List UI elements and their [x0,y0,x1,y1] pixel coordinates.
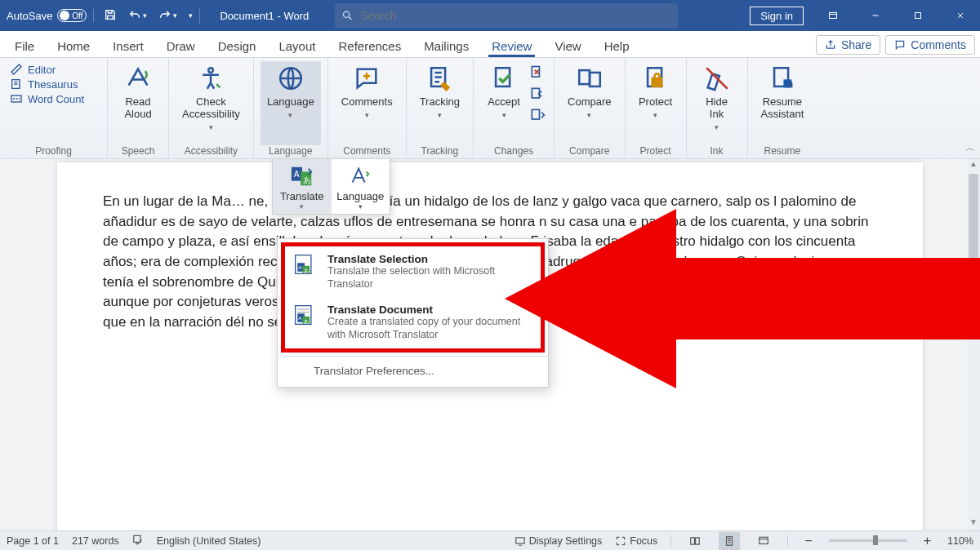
svg-rect-9 [532,88,539,98]
print-layout-icon[interactable] [719,532,740,550]
svg-rect-36 [760,537,768,543]
web-layout-icon[interactable] [753,532,774,550]
tab-layout[interactable]: Layout [267,34,327,57]
reject-icon[interactable] [529,64,546,84]
tracking-button[interactable]: Tracking▾ [413,61,466,145]
group-label-speech: Speech [108,145,168,157]
group-label-tracking: Tracking [407,145,473,157]
compare-button[interactable]: Compare▾ [561,61,617,145]
tab-insert[interactable]: Insert [101,34,155,57]
search-input[interactable] [360,9,678,22]
ink-icon [703,64,731,92]
svg-text:あ: あ [304,268,309,274]
sign-in-button[interactable]: Sign in [750,7,804,25]
hide-ink-button[interactable]: Hide Ink▾ [693,61,741,145]
read-aloud-icon [124,64,152,92]
ribbon: Editor Thesaurus Word Count Proofing Rea… [0,58,980,159]
title-bar: AutoSave Off ▾ ▾ ▾ Document1 - Word Sign… [0,0,980,31]
svg-text:in: in [786,80,792,88]
tab-references[interactable]: References [327,34,412,57]
zoom-slider[interactable] [829,539,907,542]
tab-file[interactable]: File [3,34,46,57]
group-label-compare: Compare [555,145,624,157]
share-button[interactable]: Share [816,35,880,55]
protect-button[interactable]: Protect▾ [632,61,679,145]
svg-rect-1 [830,13,837,19]
language-button[interactable]: Language▾ [261,61,321,145]
undo-icon[interactable]: ▾ [128,9,147,22]
status-language[interactable]: English (United States) [157,535,261,547]
submenu-language[interactable]: Language▾ [332,159,390,214]
tab-home[interactable]: Home [46,34,101,57]
comments-button[interactable]: Comments [885,35,975,55]
compare-icon [576,64,604,92]
next-change-icon[interactable] [529,107,546,126]
accessibility-icon [197,64,225,92]
collapse-ribbon-icon[interactable]: ︿ [965,141,975,155]
minimize-icon[interactable] [856,0,895,31]
language-submenu: Aあ Translate▾ Language▾ [272,158,390,215]
check-accessibility-button[interactable]: Check Accessibility▾ [176,61,247,145]
maximize-icon[interactable] [898,0,938,31]
svg-text:あ: あ [303,175,311,184]
search-box[interactable] [335,3,678,28]
zoom-out-button[interactable]: − [801,534,815,548]
tab-design[interactable]: Design [207,34,268,57]
tab-draw[interactable]: Draw [155,34,207,57]
svg-rect-10 [532,109,539,119]
translate-selection-desc: Translate the selection with Microsoft T… [327,265,532,291]
translate-document-title: Translate Document [327,304,532,316]
spellcheck-icon[interactable] [132,534,144,548]
annotation-arrow-icon [505,209,980,388]
tab-view[interactable]: View [543,34,592,57]
status-words[interactable]: 217 words [72,535,119,547]
group-label-comments: Comments [328,145,406,157]
menu-translate-document[interactable]: Aあ Translate Document Create a translate… [285,297,541,348]
tab-mailings[interactable]: Mailings [412,34,480,57]
tracking-icon [425,64,453,92]
read-mode-icon[interactable] [684,532,706,550]
translate-selection-icon: Aあ [293,253,318,291]
resume-icon: in [768,64,796,92]
display-settings-button[interactable]: Display Settings [514,535,603,547]
svg-rect-34 [515,537,524,543]
tab-review[interactable]: Review [480,34,543,57]
svg-text:あ: あ [304,318,309,325]
group-label-proofing: Proofing [0,145,107,157]
svg-rect-14 [652,78,661,86]
status-bar: Page 1 of 1 217 words English (United St… [0,530,980,550]
save-icon[interactable] [104,8,117,24]
group-label-changes: Changes [474,145,554,157]
focus-button[interactable]: Focus [615,535,657,547]
ribbon-display-icon[interactable] [813,0,853,31]
autosave-toggle[interactable]: AutoSave Off [7,9,94,22]
zoom-level[interactable]: 110% [947,535,973,547]
group-label-protect: Protect [626,145,686,157]
autosave-label: AutoSave [7,10,52,22]
read-aloud-button[interactable]: Read Aloud [114,61,162,145]
zoom-in-button[interactable]: + [920,534,934,548]
svg-point-4 [209,68,214,73]
wordcount-button[interactable]: Word Count [10,92,84,105]
status-page[interactable]: Page 1 of 1 [7,535,59,547]
protect-icon [642,64,670,92]
close-icon[interactable] [941,0,980,31]
tab-help[interactable]: Help [593,34,641,57]
thesaurus-button[interactable]: Thesaurus [10,78,84,91]
menu-bar: File Home Insert Draw Design Layout Refe… [0,31,980,58]
accept-icon [490,64,518,92]
comments-ribbon-button[interactable]: Comments▾ [335,61,399,145]
prev-change-icon[interactable] [529,86,546,105]
redo-icon[interactable]: ▾ [158,9,177,22]
menu-translate-selection[interactable]: Aあ Translate Selection Translate the sel… [285,246,541,297]
svg-point-0 [344,11,350,17]
svg-rect-12 [590,73,600,86]
submenu-translate[interactable]: Aあ Translate▾ [273,159,332,214]
editor-button[interactable]: Editor [10,63,84,76]
group-label-accessibility: Accessibility [169,145,253,157]
accept-button[interactable]: Accept▾ [480,61,528,145]
svg-text:A: A [293,170,299,179]
document-title: Document1 - Word [203,10,325,22]
svg-rect-2 [915,13,921,19]
resume-assistant-button[interactable]: in Resume Assistant [755,61,811,145]
